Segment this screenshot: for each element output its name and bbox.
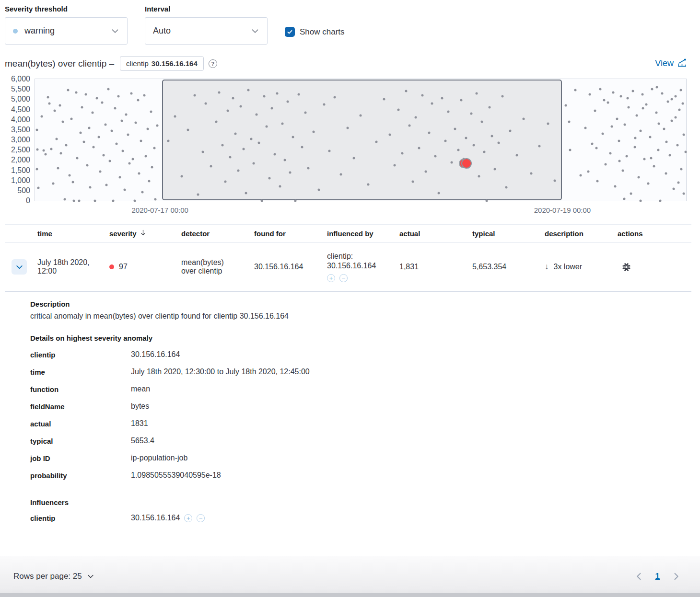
show-charts-checkbox[interactable]: Show charts (285, 27, 345, 37)
scatter-point (138, 172, 140, 174)
table-header-typical[interactable]: typical (467, 225, 540, 242)
scatter-point (639, 129, 642, 132)
scatter-point (653, 165, 655, 168)
scatter-point (91, 111, 93, 114)
filter-out-value-icon[interactable]: − (339, 274, 348, 282)
scatter-point (193, 94, 196, 96)
scatter-point (323, 103, 325, 105)
scatter-point (109, 160, 111, 162)
next-page-icon[interactable] (670, 571, 682, 582)
scatter-point (111, 129, 113, 132)
scatter-point (75, 91, 77, 93)
scatter-point (279, 185, 281, 188)
scatter-point (245, 192, 247, 194)
scatter-point (82, 141, 85, 143)
table-header-time[interactable]: time (33, 225, 105, 242)
scatter-point (229, 156, 232, 158)
time-cell: July 18th 2020, 12:00 (33, 242, 105, 291)
scatter-point (36, 128, 38, 131)
scatter-point (682, 134, 685, 136)
scatter-point (73, 200, 75, 202)
scatter-point (634, 137, 637, 139)
scatter-point (137, 99, 139, 102)
view-link[interactable]: View (655, 58, 687, 69)
scatter-point (635, 115, 638, 117)
scatter-point (655, 86, 658, 88)
table-header-influenced-by[interactable]: influenced by (322, 225, 395, 242)
y-axis-tick-label: 6,000 (11, 75, 30, 83)
scatter-point (52, 182, 55, 184)
interval-select[interactable]: Auto (145, 17, 268, 45)
scatter-point (284, 159, 286, 161)
anomaly-description-text: critical anomaly in mean(bytes) over cli… (30, 312, 681, 321)
scatter-point (509, 129, 512, 132)
rows-per-page-button[interactable]: Rows per page: 25 (13, 572, 94, 581)
table-header-found-for[interactable]: found for (249, 225, 322, 242)
detail-label: time (30, 368, 131, 376)
scatter-point (140, 140, 142, 142)
badge-field-label: clientip (126, 59, 149, 68)
collapse-row-button[interactable] (12, 259, 27, 275)
scatter-point (53, 109, 56, 112)
chart-time-selection-brush[interactable] (162, 80, 562, 200)
table-header-actual[interactable]: actual (395, 225, 467, 242)
scatter-point (628, 106, 630, 109)
scatter-point (44, 153, 47, 155)
scatter-point (86, 164, 88, 166)
scatter-point (78, 200, 81, 202)
scatter-point (454, 127, 456, 130)
influencer-value: 30.156.16.164 (327, 262, 376, 270)
filter-out-value-icon[interactable]: − (197, 514, 205, 522)
table-header-detector[interactable]: detector (176, 225, 249, 242)
scatter-point (294, 200, 297, 202)
influencer-field-value: 30.156.16.164 (131, 514, 180, 522)
scatter-point (655, 111, 657, 114)
scatter-point (224, 180, 226, 183)
anomaly-point[interactable] (461, 158, 472, 169)
previous-page-icon[interactable] (633, 571, 645, 582)
severity-threshold-label: Severity threshold (5, 5, 128, 13)
severity-threshold-select[interactable]: warning (5, 17, 128, 45)
description-section-title: Description (30, 300, 681, 308)
detail-label: function (30, 385, 131, 393)
scatter-point (642, 107, 644, 110)
scatter-point (42, 149, 45, 152)
table-header-severity[interactable]: severity (105, 225, 176, 242)
chevron-down-icon (87, 573, 94, 580)
scatter-point (596, 180, 599, 183)
scatter-point (434, 155, 437, 157)
scatter-point (313, 131, 315, 133)
scatter-point (470, 112, 472, 115)
table-footer: Rows per page: 25 1 (0, 556, 700, 597)
filter-for-value-icon[interactable]: + (184, 514, 192, 522)
scatter-point (133, 200, 136, 202)
table-header-description[interactable]: description (540, 225, 613, 242)
filter-for-value-icon[interactable]: + (327, 274, 335, 282)
scatter-point (202, 151, 204, 153)
detail-label: typical (30, 437, 131, 445)
scatter-point (101, 101, 103, 103)
chevron-down-icon (111, 27, 119, 35)
scatter-point (263, 95, 266, 97)
detector-cell: mean(bytes) over clientip (176, 242, 249, 291)
y-axis-tick-label: 4,000 (11, 115, 30, 124)
scatter-point (475, 92, 478, 94)
scatter-point (204, 102, 207, 104)
scatter-point (393, 164, 396, 166)
scrollbar-track[interactable] (0, 593, 700, 597)
chart-plot-area[interactable]: 6,0005,5005,0004,5004,0003,5003,0002,500… (35, 79, 687, 201)
x-axis-tick-label: 2020-07-17 00:00 (132, 206, 188, 214)
y-axis-tick-label: 1,500 (11, 166, 30, 175)
clientip-badge[interactable]: clientip 30.156.16.164 (120, 56, 204, 71)
scatter-point (460, 99, 463, 102)
scatter-point (307, 167, 310, 170)
scatter-point (647, 183, 650, 185)
scatter-point (215, 120, 217, 123)
gear-icon[interactable] (620, 261, 632, 273)
scatter-point (127, 134, 129, 136)
scatter-point (447, 110, 450, 113)
help-icon[interactable]: ? (209, 59, 217, 68)
page-number-1[interactable]: 1 (655, 572, 660, 581)
scatter-point (626, 97, 629, 100)
detail-value: 5653.4 (131, 436, 154, 445)
